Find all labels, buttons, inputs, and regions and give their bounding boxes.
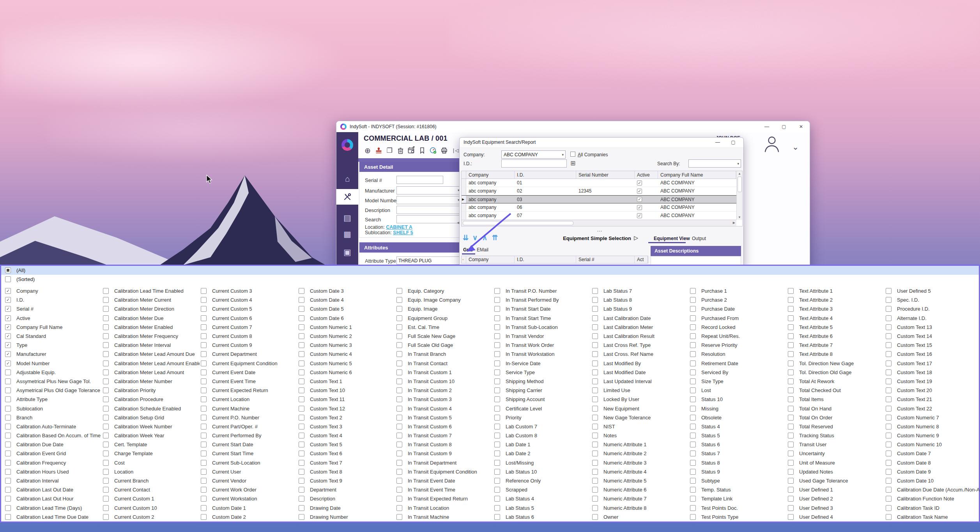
checkbox-icon[interactable] — [886, 324, 892, 330]
checkbox-icon[interactable] — [103, 369, 109, 375]
chooser-item[interactable]: Current Machine — [200, 404, 297, 413]
checkbox-icon[interactable] — [103, 306, 109, 312]
checkbox-icon[interactable] — [592, 496, 598, 502]
checkbox-icon[interactable] — [396, 369, 402, 375]
chooser-item[interactable]: Lab Status 10 — [493, 467, 591, 476]
checkbox-icon[interactable] — [201, 396, 207, 402]
checkbox-icon[interactable] — [299, 478, 304, 484]
checkbox-icon[interactable] — [299, 442, 304, 447]
checkbox-icon[interactable] — [396, 469, 402, 475]
all-companies-checkbox[interactable] — [570, 152, 575, 157]
checkbox-icon[interactable] — [592, 396, 598, 402]
duplicate-record-icon[interactable]: ❐ — [385, 146, 394, 155]
chooser-item[interactable]: User Defined 5 — [884, 286, 980, 295]
checkbox-icon[interactable]: ✓ — [5, 351, 11, 357]
chooser-item[interactable]: Current P.O. Number — [200, 413, 297, 422]
checkbox-icon[interactable] — [690, 288, 696, 294]
checkbox-icon[interactable] — [299, 369, 304, 375]
checkbox-icon[interactable] — [886, 378, 892, 384]
checkbox-icon[interactable] — [592, 487, 598, 493]
chooser-item[interactable]: Full Scale Old Gage — [395, 341, 493, 350]
checkbox-icon[interactable] — [886, 424, 892, 429]
chooser-item[interactable]: Custom Text 11 — [297, 395, 395, 404]
chooser-item[interactable]: Custom Date 3 — [297, 286, 395, 295]
checkbox-icon[interactable] — [201, 442, 207, 447]
chooser-item[interactable]: In Transit Custom 5 — [395, 413, 493, 422]
checkbox-icon[interactable] — [299, 451, 304, 456]
checkbox-icon[interactable] — [494, 306, 500, 312]
chooser-item[interactable]: In Transit Contact — [395, 359, 493, 368]
checkbox-icon[interactable] — [788, 288, 794, 294]
checkbox-icon[interactable] — [886, 369, 892, 375]
chooser-item[interactable]: In Transit Custom 7 — [395, 431, 493, 440]
checkbox-icon[interactable] — [494, 369, 500, 375]
id-input[interactable] — [501, 159, 567, 168]
column-header[interactable]: I.D. — [515, 256, 576, 263]
tools-icon[interactable] — [336, 189, 358, 205]
chooser-item[interactable]: Calibration Lead Time Enabled — [102, 286, 200, 295]
checkbox-icon[interactable] — [592, 378, 598, 384]
checkbox-icon[interactable] — [5, 505, 11, 511]
first-record-icon[interactable]: ❘◁ — [451, 146, 459, 155]
chooser-item[interactable]: Custom Numeric 3 — [297, 341, 395, 350]
chooser-item-sorted[interactable]: (Sorted) — [1, 275, 979, 284]
chooser-item[interactable]: Calibration Auto-Terminate — [4, 422, 102, 431]
chooser-item[interactable]: Custom Date 7 — [884, 449, 980, 458]
chooser-item[interactable]: Unit of Measure — [787, 458, 884, 467]
checkbox-icon[interactable] — [886, 396, 892, 402]
chooser-item[interactable]: Current Custom 10 — [102, 504, 200, 513]
chooser-item[interactable]: In Transit Custom 6 — [395, 422, 493, 431]
checkbox-icon[interactable] — [299, 361, 304, 366]
chooser-item[interactable]: In Transit Custom 3 — [395, 395, 493, 404]
chooser-item[interactable]: Description — [297, 494, 395, 503]
checkbox-icon[interactable] — [103, 396, 109, 402]
checkbox-icon[interactable] — [5, 369, 11, 375]
chooser-item[interactable]: Lab Status 5 — [493, 504, 591, 513]
checkbox-icon[interactable] — [592, 361, 598, 366]
checkbox-icon[interactable] — [103, 315, 109, 321]
checkbox-icon[interactable] — [201, 451, 207, 456]
checkbox-icon[interactable] — [201, 505, 207, 511]
chooser-item[interactable]: Last Modified Date — [591, 368, 689, 377]
chooser-item[interactable]: Custom Text 10 — [297, 386, 395, 395]
checkbox-icon[interactable] — [788, 487, 794, 493]
checkbox-icon[interactable] — [201, 387, 207, 393]
chooser-item[interactable]: ✓Cal Standard — [4, 332, 102, 341]
chooser-item[interactable]: Tol. Direction New Gage — [787, 359, 884, 368]
checkbox-icon[interactable] — [592, 460, 598, 466]
checkbox-icon[interactable] — [592, 297, 598, 303]
checkbox-icon[interactable] — [103, 424, 109, 429]
checkbox-icon[interactable] — [396, 406, 402, 412]
checkbox-icon[interactable] — [494, 415, 500, 421]
checkbox-icon[interactable] — [5, 387, 11, 393]
checkbox-icon[interactable] — [103, 460, 109, 466]
chooser-item[interactable]: Text Attribute 1 — [787, 286, 884, 295]
checkbox-icon[interactable] — [201, 433, 207, 438]
chooser-item[interactable]: Custom Numeric 7 — [884, 413, 980, 422]
checkbox-icon[interactable] — [494, 451, 500, 456]
chooser-item[interactable]: Record Locked — [689, 323, 787, 332]
chooser-item[interactable]: Equip. Category — [395, 286, 493, 295]
chooser-item[interactable]: Custom Numeric 10 — [884, 440, 980, 449]
checkbox-icon[interactable] — [396, 478, 402, 484]
chooser-item[interactable]: Current User — [200, 467, 297, 476]
checkbox-icon[interactable] — [690, 378, 696, 384]
checkbox-icon[interactable] — [886, 406, 892, 412]
checkbox-icon[interactable] — [494, 487, 500, 493]
chooser-item[interactable]: In Transit Sub-Location — [493, 323, 591, 332]
checkbox-icon[interactable] — [494, 396, 500, 402]
checkbox-icon[interactable] — [494, 469, 500, 475]
table-row[interactable]: ▶abc company03✓ABC COMPANY — [462, 195, 742, 203]
checkbox-icon[interactable] — [690, 469, 696, 475]
chooser-item[interactable]: Calibration Lead Time Due Date — [4, 513, 102, 521]
checkbox-icon[interactable] — [396, 342, 402, 348]
chooser-item[interactable]: Custom Date 10 — [884, 476, 980, 485]
checkbox-icon[interactable] — [592, 433, 598, 438]
checkbox-icon[interactable] — [886, 505, 892, 511]
chooser-item[interactable]: Drawing Number — [297, 513, 395, 521]
chooser-item[interactable]: Calibration Meter Number — [102, 377, 200, 386]
checkbox-icon[interactable] — [201, 306, 207, 312]
checkbox-icon[interactable] — [788, 505, 794, 511]
checkbox-icon[interactable] — [690, 442, 696, 447]
chooser-item[interactable]: Lab Status 4 — [493, 494, 591, 503]
